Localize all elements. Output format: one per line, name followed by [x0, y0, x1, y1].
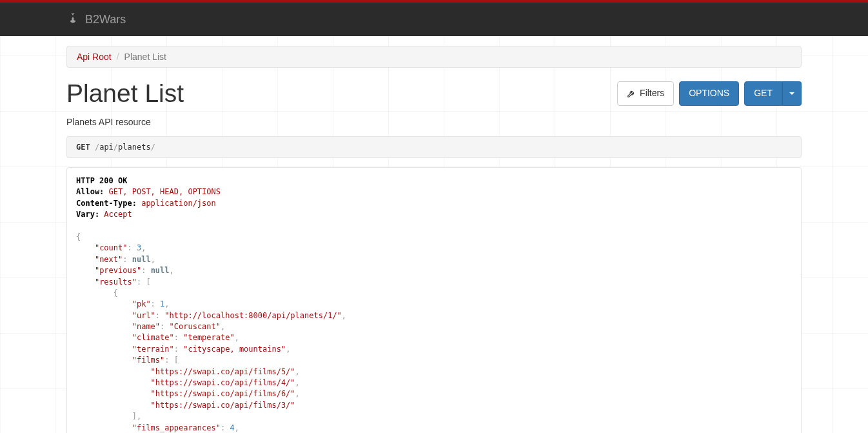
- path-seg-2: planets: [118, 143, 151, 152]
- request-method: GET: [76, 143, 90, 152]
- breadcrumb: Api Root / Planet List: [66, 46, 802, 68]
- brand-link[interactable]: B2Wars: [67, 12, 126, 27]
- get-dropdown-toggle[interactable]: [782, 81, 802, 106]
- options-button[interactable]: OPTIONS: [679, 81, 739, 106]
- vary-value: Accept: [104, 210, 132, 219]
- main-container: Api Root / Planet List Planet List Filte…: [66, 46, 802, 433]
- ctype-value: application/json: [141, 199, 216, 208]
- page-header: Planet List Filters OPTIONS GET: [66, 79, 802, 108]
- filters-label: Filters: [640, 87, 664, 100]
- action-bar: Filters OPTIONS GET: [617, 81, 802, 106]
- get-button[interactable]: GET: [744, 81, 782, 106]
- film-1: "https://swapi.co/api/films/4/": [151, 378, 295, 387]
- breadcrumb-root-link[interactable]: Api Root: [77, 52, 112, 62]
- name-value: "Coruscant": [170, 322, 221, 331]
- film-2: "https://swapi.co/api/films/6/": [151, 389, 295, 398]
- breadcrumb-current: Planet List: [124, 52, 166, 62]
- page-description: Planets API resource: [66, 117, 802, 127]
- filters-button[interactable]: Filters: [617, 81, 674, 106]
- next-value: null: [132, 255, 151, 264]
- terrain-value: "cityscape, mountains": [183, 345, 286, 354]
- vary-label: Vary:: [76, 210, 99, 219]
- film-0: "https://swapi.co/api/films/5/": [151, 367, 295, 376]
- response-panel: HTTP 200 OK Allow: GET, POST, HEAD, OPTI…: [66, 167, 802, 433]
- brand-text: B2Wars: [85, 13, 126, 26]
- navbar: B2Wars: [0, 0, 868, 36]
- breadcrumb-separator: /: [117, 52, 119, 62]
- page-title: Planet List: [66, 79, 184, 108]
- film-3: "https://swapi.co/api/films/3/": [151, 401, 295, 410]
- films-appearances-value: 4: [230, 423, 234, 432]
- ctype-label: Content-Type:: [76, 199, 137, 208]
- status-line: HTTP 200 OK: [76, 176, 127, 185]
- url-value: "http://localhost:8000/api/planets/1/": [164, 311, 342, 320]
- allow-label: Allow:: [76, 187, 104, 196]
- path-seg-1: api: [99, 143, 113, 152]
- previous-value: null: [151, 266, 170, 275]
- chevron-down-icon: [789, 92, 794, 95]
- request-line: GET /api/planets/: [66, 136, 802, 158]
- get-button-group: GET: [744, 81, 802, 106]
- wrench-icon: [627, 89, 636, 98]
- rebel-icon: [67, 12, 79, 27]
- climate-value: "temperate": [183, 333, 234, 342]
- allow-value: GET, POST, HEAD, OPTIONS: [109, 187, 221, 196]
